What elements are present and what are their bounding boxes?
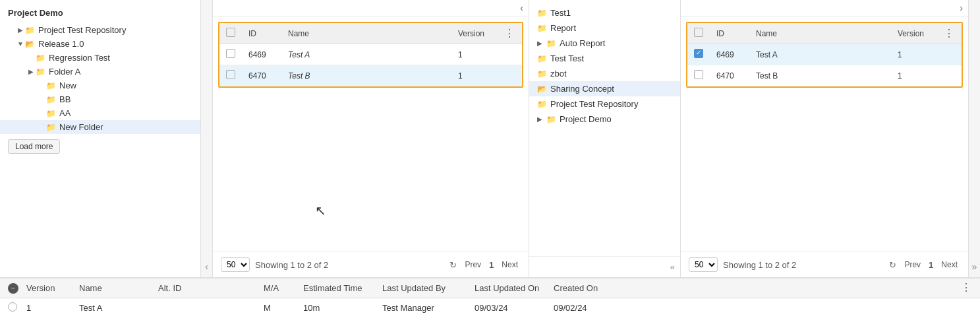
folder-icon: 📁 — [36, 67, 45, 77]
sidebar-item-regression-test[interactable]: 📁 Regression Test — [0, 51, 200, 65]
header-checkbox[interactable] — [226, 28, 235, 37]
sidebar-item-project-test-repo[interactable]: ▶ 📁 Project Test Repository — [0, 23, 200, 37]
cell-id: 6470 — [242, 65, 281, 86]
row-checkbox[interactable] — [694, 70, 703, 79]
chevron-icon: ▶ — [537, 116, 546, 123]
chevron-icon — [37, 96, 46, 103]
nav-collapse-icon: « — [670, 262, 675, 272]
left-panel: ‹ ID Name Version ⋮ — [213, 0, 529, 277]
sidebar-item-new[interactable]: 📁 New — [0, 79, 200, 92]
col-header-version: Version — [451, 23, 498, 44]
sidebar-item-release-1[interactable]: ▼ 📂 Release 1.0 — [0, 37, 200, 51]
left-prev-button[interactable]: Prev — [462, 259, 484, 271]
cell-ma: M — [264, 303, 303, 313]
sidebar-item-folder-a[interactable]: ▶ 📁 Folder A — [0, 65, 200, 79]
nav-item-label: zbot — [550, 69, 567, 79]
nav-tree-panel: 📁 Test1 📁 Report ▶ 📁 Auto Report 📁 Test … — [529, 0, 681, 277]
load-more-button[interactable]: Load more — [8, 139, 60, 154]
col-header-menu: ⋮ — [937, 23, 962, 44]
col-header-check — [219, 23, 242, 44]
bottom-table-row[interactable]: 1 Test A M 10m Test Manager 09/03/24 09/… — [0, 298, 980, 317]
row-checkbox[interactable] — [226, 49, 235, 58]
right-prev-button[interactable]: Prev — [902, 259, 923, 271]
folder-icon: 📁 — [537, 24, 547, 33]
table-row[interactable]: 6469 Test A 1 — [219, 44, 522, 65]
right-refresh-icon[interactable]: ↻ — [889, 260, 896, 270]
cell-name: Test A — [749, 44, 891, 65]
nav-item-test-test[interactable]: 📁 Test Test — [529, 51, 680, 66]
minus-icon[interactable]: − — [8, 283, 18, 294]
left-pagination: 50 Showing 1 to 2 of 2 ↻ Prev 1 Next — [213, 251, 529, 277]
header-last-updated-by: Last Updated By — [382, 283, 475, 293]
folder-icon: 📁 — [46, 109, 56, 118]
folder-icon: 📁 — [46, 95, 56, 104]
folder-icon: 📁 — [46, 123, 56, 132]
left-panel-top[interactable]: ‹ — [213, 0, 529, 16]
left-table-container: ID Name Version ⋮ 6469 Test A 1 — [218, 22, 523, 88]
chevron-icon: ▶ — [16, 26, 25, 34]
chevron-left-icon: ‹ — [520, 3, 523, 13]
right-page-size-select[interactable]: 50 — [689, 257, 718, 272]
sidebar: Project Demo ▶ 📁 Project Test Repository… — [0, 0, 201, 277]
col-header-name: Name — [749, 23, 891, 44]
collapse-right-handle[interactable]: » — [968, 0, 980, 277]
cell-id: 6470 — [710, 65, 749, 86]
cell-created-on: 09/02/24 — [554, 303, 633, 313]
nav-item-project-demo[interactable]: ▶ 📁 Project Demo — [529, 112, 680, 127]
table-row[interactable]: 6470 Test B 1 — [687, 65, 962, 86]
sidebar-item-new-folder[interactable]: 📁 New Folder — [0, 120, 200, 134]
table-row[interactable]: 6470 Test B 1 — [219, 65, 522, 86]
nav-item-project-test-repo[interactable]: 📁 Project Test Repository — [529, 96, 680, 112]
folder-icon: 📁 — [546, 39, 556, 48]
right-table-container: ID Name Version ⋮ 6469 Test A 1 — [686, 22, 963, 88]
nav-item-label: Report — [550, 23, 576, 33]
left-next-button[interactable]: Next — [499, 259, 521, 271]
table-menu-icon[interactable]: ⋮ — [504, 28, 515, 39]
right-next-button[interactable]: Next — [938, 259, 960, 271]
cell-name: Test A — [281, 44, 451, 65]
nav-item-auto-report[interactable]: ▶ 📁 Auto Report — [529, 36, 680, 51]
nav-item-sharing-concept[interactable]: 📂 Sharing Concept — [529, 81, 680, 96]
cell-id: 6469 — [242, 44, 281, 65]
sidebar-item-label: BB — [59, 94, 71, 104]
left-page-number: 1 — [489, 260, 494, 270]
sidebar-item-aa[interactable]: 📁 AA — [0, 106, 200, 120]
cell-version: 1 — [26, 303, 79, 313]
nav-item-zbot[interactable]: 📁 zbot — [529, 66, 680, 81]
collapse-left-handle[interactable]: ‹ — [201, 0, 213, 277]
folder-open-icon: 📂 — [537, 84, 547, 94]
nav-item-label: Test Test — [550, 53, 584, 63]
row-checkbox[interactable] — [226, 70, 235, 79]
sidebar-title: Project Demo — [0, 5, 200, 23]
nav-item-label: Auto Report — [560, 38, 605, 48]
nav-item-label: Project Test Repository — [550, 99, 638, 109]
right-panel-top[interactable]: › — [681, 0, 968, 16]
cell-last-updated-on: 09/03/24 — [475, 303, 554, 313]
row-radio[interactable] — [8, 302, 17, 312]
cell-version: 1 — [451, 44, 498, 65]
cell-estimated-time: 10m — [303, 303, 382, 313]
sidebar-item-bb[interactable]: 📁 BB — [0, 92, 200, 106]
left-refresh-icon[interactable]: ↻ — [449, 260, 457, 270]
sidebar-item-label: AA — [59, 108, 71, 118]
chevron-icon — [26, 54, 36, 61]
row-checkbox-checked[interactable] — [694, 49, 703, 58]
nav-item-report[interactable]: 📁 Report — [529, 20, 680, 36]
chevron-icon — [37, 110, 46, 117]
cursor-pointer: ↖ — [315, 203, 326, 218]
sidebar-item-label: Project Test Repository — [38, 25, 126, 35]
header-name: Name — [79, 283, 158, 293]
left-page-size-select[interactable]: 50 — [221, 257, 250, 272]
cell-version: 1 — [451, 65, 498, 86]
nav-item-test1[interactable]: 📁 Test1 — [529, 5, 680, 20]
collapse-right-icon: » — [972, 261, 977, 272]
col-header-id: ID — [242, 23, 281, 44]
right-panel: › ID Name Version ⋮ — [681, 0, 968, 277]
chevron-icon — [37, 123, 46, 131]
table-row[interactable]: 6469 Test A 1 — [687, 44, 962, 65]
nav-collapse-handle[interactable]: « — [529, 256, 680, 277]
table-menu-icon[interactable]: ⋮ — [944, 28, 955, 39]
col-header-name: Name — [281, 23, 451, 44]
bottom-table-menu-icon[interactable]: ⋮ — [961, 282, 972, 293]
header-checkbox[interactable] — [694, 28, 703, 37]
